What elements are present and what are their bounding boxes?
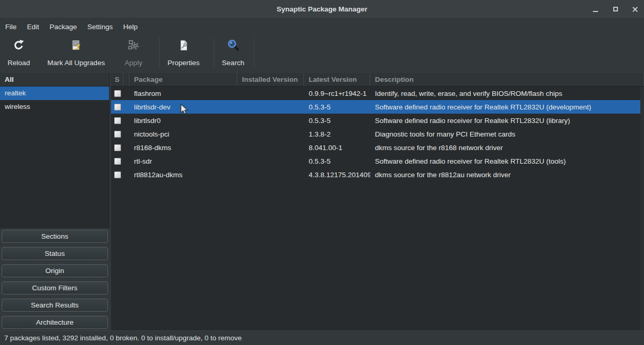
package-description: dkms source for the r8168 network driver <box>370 144 644 152</box>
filter-list: All realtek wireless <box>0 73 110 228</box>
latest-version: 4.3.8.12175.201409 <box>304 171 370 179</box>
search-label: Search <box>222 59 245 67</box>
origin-button[interactable]: Origin <box>2 264 108 277</box>
reload-label: Reload <box>8 59 30 67</box>
apply-icon <box>127 39 140 52</box>
package-name: r8168-dkms <box>129 144 237 152</box>
column-header-icon[interactable] <box>124 73 129 86</box>
package-status-checkbox[interactable] <box>111 171 124 178</box>
menu-package[interactable]: Package <box>44 20 82 33</box>
menu-help[interactable]: Help <box>118 20 143 33</box>
vertical-scrollbar[interactable] <box>640 87 644 330</box>
minimize-icon <box>593 11 598 12</box>
package-status-checkbox[interactable] <box>111 131 124 138</box>
reload-button[interactable]: Reload <box>4 39 33 67</box>
package-name: nictools-pci <box>129 130 237 138</box>
table-header: S Package Installed Version Latest Versi… <box>111 73 644 87</box>
package-status-checkbox[interactable] <box>111 117 124 124</box>
menubar: File Edit Package Settings Help <box>0 19 644 34</box>
checkbox-icon <box>114 90 121 97</box>
latest-version: 0.5.3-5 <box>304 103 370 111</box>
latest-version: 0.5.3-5 <box>304 157 370 165</box>
maximize-icon <box>613 7 618 11</box>
latest-version: 0.9.9~rc1+r1942-1 <box>304 90 370 97</box>
latest-version: 1.3.8-2 <box>304 130 370 138</box>
checkbox-icon <box>114 104 121 110</box>
mark-all-upgrades-button[interactable]: Mark All Upgrades <box>40 39 113 67</box>
column-header-installed-version[interactable]: Installed Version <box>237 73 304 86</box>
properties-icon <box>177 39 190 52</box>
window-title: Synaptic Package Manager <box>276 5 367 13</box>
status-button[interactable]: Status <box>2 247 108 260</box>
package-description: Identify, read, write, erase, and verify… <box>370 90 644 97</box>
toolbar: Reload Mark All Upgrades <box>0 34 644 73</box>
checkbox-icon <box>114 117 121 124</box>
close-icon <box>632 6 638 13</box>
package-status-checkbox[interactable] <box>111 144 124 151</box>
package-name: librtlsdr0 <box>129 117 237 125</box>
checkbox-icon <box>114 131 121 138</box>
status-text: 7 packages listed, 3292 installed, 0 bro… <box>4 334 242 342</box>
package-description: Diagnostic tools for many PCI Ethernet c… <box>370 130 644 138</box>
mark-all-upgrades-icon <box>70 39 82 52</box>
search-results-button[interactable]: Search Results <box>2 299 108 312</box>
filter-item-realtek[interactable]: realtek <box>0 87 109 100</box>
synaptic-window: Synaptic Package Manager File Edit Packa… <box>0 0 644 345</box>
checkbox-icon <box>114 171 121 178</box>
table-row[interactable]: rtl-sdr 0.5.3-5 Software defined radio r… <box>111 154 644 168</box>
close-button[interactable] <box>631 6 639 13</box>
latest-version: 0.5.3-5 <box>304 117 370 125</box>
table-row[interactable]: nictools-pci 1.3.8-2 Diagnostic tools fo… <box>111 127 644 141</box>
search-button[interactable]: Search <box>215 39 251 67</box>
titlebar[interactable]: Synaptic Package Manager <box>0 0 644 19</box>
minimize-button[interactable] <box>592 6 599 13</box>
package-name: librtlsdr-dev <box>129 103 237 111</box>
table-row-selected[interactable]: librtlsdr-dev 0.5.3-5 Software defined r… <box>111 100 644 114</box>
package-description: Software defined radio receiver for Real… <box>370 157 644 165</box>
reload-icon <box>13 39 25 52</box>
maximize-button[interactable] <box>612 6 619 13</box>
filter-item-wireless[interactable]: wireless <box>0 100 109 114</box>
package-name: rtl-sdr <box>129 157 237 165</box>
package-status-checkbox[interactable] <box>111 90 124 97</box>
window-controls <box>592 0 639 18</box>
filter-list-header[interactable]: All <box>0 73 109 87</box>
toolbar-separator <box>159 38 160 68</box>
checkbox-icon <box>114 144 121 151</box>
sections-button[interactable]: Sections <box>2 230 108 243</box>
package-description: Software defined radio receiver for Real… <box>370 117 644 125</box>
properties-label: Properties <box>167 59 200 67</box>
column-header-status[interactable]: S <box>111 73 124 86</box>
package-name: flashrom <box>129 90 237 97</box>
latest-version: 8.041.00-1 <box>304 144 370 152</box>
toolbar-separator <box>214 38 214 68</box>
menu-file[interactable]: File <box>0 20 22 33</box>
toolbar-separator <box>254 38 254 68</box>
apply-label: Apply <box>125 59 142 67</box>
mark-all-upgrades-label: Mark All Upgrades <box>47 59 105 67</box>
package-name: rtl8812au-dkms <box>129 171 237 179</box>
checkbox-icon <box>114 158 121 165</box>
package-status-checkbox[interactable] <box>111 104 124 110</box>
package-status-checkbox[interactable] <box>111 158 124 165</box>
column-header-latest-version[interactable]: Latest Version <box>304 73 370 86</box>
menu-edit[interactable]: Edit <box>22 20 44 33</box>
table-row[interactable]: librtlsdr0 0.5.3-5 Software defined radi… <box>111 114 644 127</box>
package-table: S Package Installed Version Latest Versi… <box>111 73 644 330</box>
column-header-description[interactable]: Description <box>370 73 644 86</box>
sidebar: All realtek wireless Sections Status Ori… <box>0 73 110 330</box>
architecture-button[interactable]: Architecture <box>2 316 108 329</box>
statusbar: 7 packages listed, 3292 installed, 0 bro… <box>0 330 644 345</box>
properties-button[interactable]: Properties <box>163 39 204 67</box>
custom-filters-button[interactable]: Custom Filters <box>2 281 108 294</box>
package-description: Software defined radio receiver for Real… <box>370 103 644 111</box>
table-row[interactable]: r8168-dkms 8.041.00-1 dkms source for th… <box>111 141 644 154</box>
menu-settings[interactable]: Settings <box>82 20 118 33</box>
apply-button: Apply <box>118 39 149 67</box>
column-header-package[interactable]: Package <box>129 73 237 86</box>
package-description: dkms source for the r8812au network driv… <box>370 171 644 179</box>
table-row[interactable]: rtl8812au-dkms 4.3.8.12175.201409 dkms s… <box>111 168 644 181</box>
search-icon <box>227 39 239 52</box>
table-row[interactable]: flashrom 0.9.9~rc1+r1942-1 Identify, rea… <box>111 87 644 100</box>
